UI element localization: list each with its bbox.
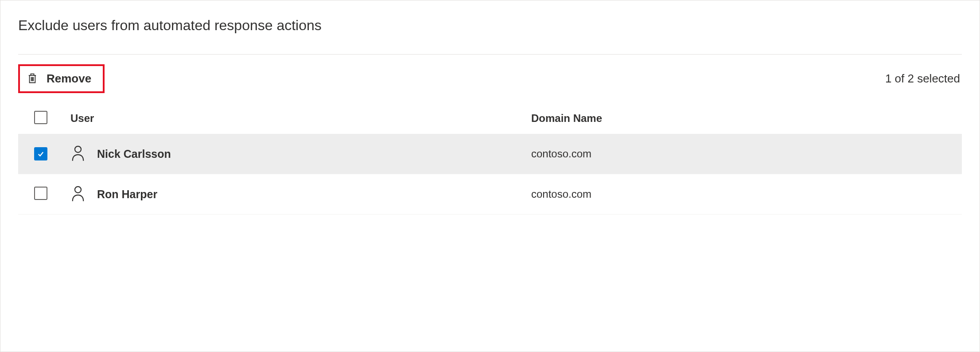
svg-point-0 (75, 146, 81, 153)
toolbar: Remove 1 of 2 selected (18, 55, 962, 103)
column-header-domain[interactable]: Domain Name (531, 112, 953, 125)
trash-icon (26, 71, 39, 86)
remove-button-label: Remove (47, 72, 91, 86)
row-checkbox[interactable] (34, 187, 47, 200)
user-name: Ron Harper (97, 188, 157, 201)
user-table: User Domain Name Nick Carlsson contoso.c… (18, 103, 962, 215)
page-title: Exclude users from automated response ac… (18, 17, 962, 34)
remove-button[interactable]: Remove (18, 64, 105, 93)
svg-point-1 (75, 187, 81, 193)
table-header-row: User Domain Name (18, 103, 962, 134)
user-name: Nick Carlsson (97, 148, 171, 160)
user-domain: contoso.com (531, 188, 953, 200)
user-domain: contoso.com (531, 148, 953, 160)
select-all-checkbox[interactable] (34, 111, 47, 124)
row-checkbox[interactable] (34, 147, 47, 160)
table-row[interactable]: Ron Harper contoso.com (18, 174, 962, 215)
column-header-user[interactable]: User (70, 112, 531, 125)
table-row[interactable]: Nick Carlsson contoso.com (18, 134, 962, 174)
person-icon (70, 185, 86, 203)
selection-count: 1 of 2 selected (885, 72, 962, 86)
person-icon (70, 145, 86, 163)
